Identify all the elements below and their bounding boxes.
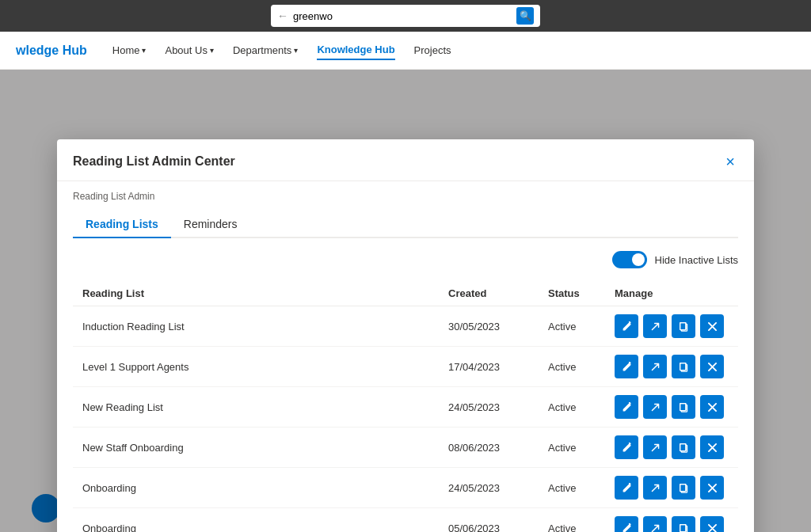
tab-bar: Reading Lists Reminders xyxy=(73,211,738,238)
status-badge: Active xyxy=(548,442,576,454)
toggle-label: Hide Inactive Lists xyxy=(655,254,739,266)
cell-created: 24/05/2023 xyxy=(439,387,539,428)
cell-created: 05/06/2023 xyxy=(439,508,539,533)
svg-rect-4 xyxy=(680,363,685,370)
copy-button[interactable] xyxy=(672,355,695,378)
sharepoint-nav: wledge Hub Home ▾ About Us ▾ Departments… xyxy=(0,32,811,70)
chevron-icon: ▾ xyxy=(294,46,298,55)
action-buttons xyxy=(615,476,729,500)
action-buttons xyxy=(615,435,729,459)
tab-reading-lists[interactable]: Reading Lists xyxy=(73,211,171,238)
action-buttons xyxy=(615,395,729,419)
delete-button[interactable] xyxy=(700,314,724,338)
edit-button[interactable] xyxy=(615,395,638,419)
address-bar: ← 🔍 xyxy=(271,5,540,27)
browser-search-button[interactable]: 🔍 xyxy=(516,7,534,25)
chevron-icon: ▾ xyxy=(142,46,146,55)
edit-button[interactable] xyxy=(615,435,638,459)
copy-button[interactable] xyxy=(672,516,695,532)
delete-button[interactable] xyxy=(700,516,724,532)
navigate-button[interactable] xyxy=(643,314,667,338)
cell-status: Active xyxy=(539,306,605,347)
cell-manage xyxy=(605,428,738,468)
cell-name: New Reading List xyxy=(73,387,439,428)
navigate-button[interactable] xyxy=(643,435,667,459)
nav-item-knowledge-hub[interactable]: Knowledge Hub xyxy=(317,40,394,60)
cell-created: 08/06/2023 xyxy=(439,428,539,468)
svg-rect-1 xyxy=(680,322,685,329)
cell-status: Active xyxy=(539,508,605,533)
cell-manage xyxy=(605,347,738,387)
col-header-list: Reading List xyxy=(73,281,439,306)
table-row: Onboarding 05/06/2023 Active xyxy=(73,508,738,533)
reading-list-admin-modal: Reading List Admin Center × Reading List… xyxy=(57,139,754,532)
modal-close-button[interactable]: × xyxy=(722,152,738,171)
edit-button[interactable] xyxy=(615,355,638,378)
svg-rect-13 xyxy=(680,484,685,491)
hide-inactive-toggle[interactable] xyxy=(612,251,647,268)
navigate-button[interactable] xyxy=(643,395,667,419)
action-buttons xyxy=(615,516,729,532)
cell-created: 30/05/2023 xyxy=(439,306,539,347)
copy-button[interactable] xyxy=(672,476,695,500)
toggle-row: Hide Inactive Lists xyxy=(73,251,738,268)
copy-button[interactable] xyxy=(672,314,695,338)
col-header-status: Status xyxy=(539,281,605,306)
svg-rect-7 xyxy=(680,403,685,410)
delete-button[interactable] xyxy=(700,435,724,459)
status-badge: Active xyxy=(548,522,576,533)
modal-body: Reading List Admin Reading Lists Reminde… xyxy=(57,181,754,532)
table-row: New Reading List 24/05/2023 Active xyxy=(73,387,738,428)
nav-item-home[interactable]: Home ▾ xyxy=(112,41,147,59)
cell-name: Onboarding xyxy=(73,468,439,508)
navigate-button[interactable] xyxy=(643,516,667,532)
status-badge: Active xyxy=(548,401,576,413)
status-badge: Active xyxy=(548,361,576,373)
delete-button[interactable] xyxy=(700,355,724,378)
cell-name: New Staff Onboarding xyxy=(73,428,439,468)
cell-manage xyxy=(605,306,738,347)
cell-manage xyxy=(605,508,738,533)
cell-status: Active xyxy=(539,347,605,387)
nav-item-projects[interactable]: Projects xyxy=(414,41,451,59)
copy-button[interactable] xyxy=(672,435,695,459)
table-row: New Staff Onboarding 08/06/2023 Active xyxy=(73,428,738,468)
cell-name: Induction Reading List xyxy=(73,306,439,347)
delete-button[interactable] xyxy=(700,395,724,419)
table-row: Induction Reading List 30/05/2023 Active xyxy=(73,306,738,347)
action-buttons xyxy=(615,355,729,378)
cell-created: 17/04/2023 xyxy=(439,347,539,387)
navigate-button[interactable] xyxy=(643,476,667,500)
reading-list-table: Reading List Created Status Manage Induc… xyxy=(73,281,738,532)
cell-status: Active xyxy=(539,387,605,428)
modal-title: Reading List Admin Center xyxy=(73,154,235,169)
action-buttons xyxy=(615,314,729,338)
navigate-button[interactable] xyxy=(643,355,667,378)
edit-button[interactable] xyxy=(615,476,638,500)
cell-manage xyxy=(605,468,738,508)
cell-status: Active xyxy=(539,428,605,468)
tab-reminders[interactable]: Reminders xyxy=(171,211,250,238)
copy-button[interactable] xyxy=(672,395,695,419)
col-header-manage: Manage xyxy=(605,281,738,306)
nav-item-departments[interactable]: Departments ▾ xyxy=(233,41,298,59)
edit-button[interactable] xyxy=(615,516,638,532)
cell-name: Onboarding xyxy=(73,508,439,533)
delete-button[interactable] xyxy=(700,476,724,500)
nav-item-about[interactable]: About Us ▾ xyxy=(165,41,213,59)
breadcrumb: Reading List Admin xyxy=(73,191,738,202)
status-badge: Active xyxy=(548,482,576,494)
edit-button[interactable] xyxy=(615,314,638,338)
chevron-icon: ▾ xyxy=(210,46,214,55)
table-row: Level 1 Support Agents 17/04/2023 Active xyxy=(73,347,738,387)
status-badge: Active xyxy=(548,321,576,332)
cell-status: Active xyxy=(539,468,605,508)
site-logo: wledge Hub xyxy=(16,44,87,58)
cell-name: Level 1 Support Agents xyxy=(73,347,439,387)
back-icon: ← xyxy=(277,10,288,22)
modal-header: Reading List Admin Center × xyxy=(57,139,754,181)
browser-bar: ← 🔍 xyxy=(0,0,811,32)
cell-manage xyxy=(605,387,738,428)
cell-created: 24/05/2023 xyxy=(439,468,539,508)
address-input[interactable] xyxy=(293,10,512,22)
